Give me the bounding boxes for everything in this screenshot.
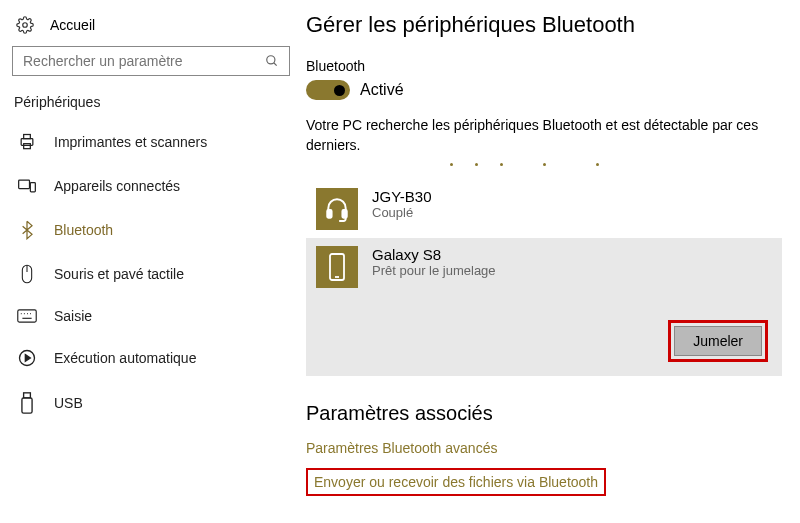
related-settings-title: Paramètres associés [306, 402, 782, 425]
svg-rect-20 [327, 210, 331, 218]
bluetooth-description: Votre PC recherche les périphériques Blu… [306, 116, 782, 155]
device-name: JGY-B30 [372, 188, 431, 205]
page-title: Gérer les périphériques Bluetooth [306, 12, 782, 38]
search-input[interactable] [12, 46, 290, 76]
svg-line-2 [274, 63, 277, 66]
svg-rect-18 [24, 393, 31, 398]
search-icon [265, 54, 279, 68]
device-item-ready[interactable]: Galaxy S8 Prêt pour le jumelage Jumeler [306, 238, 782, 376]
svg-rect-7 [30, 183, 35, 192]
highlight-box: Jumeler [668, 320, 768, 362]
bluetooth-label: Bluetooth [306, 58, 782, 74]
search-field[interactable] [23, 53, 265, 69]
mouse-icon [16, 264, 38, 284]
link-send-receive-files[interactable]: Envoyer ou recevoir des fichiers via Blu… [314, 474, 598, 490]
svg-point-0 [23, 23, 28, 28]
device-item-paired[interactable]: JGY-B30 Couplé [306, 180, 782, 238]
sidebar: Accueil Périphériques Imprimantes et sca… [0, 0, 300, 523]
phone-icon [316, 246, 358, 288]
sidebar-item-label: USB [54, 395, 83, 411]
gear-icon [14, 16, 36, 34]
svg-rect-10 [18, 310, 36, 322]
searching-indicator [306, 163, 782, 180]
svg-rect-4 [24, 135, 31, 139]
main-content: Gérer les périphériques Bluetooth Blueto… [300, 0, 800, 523]
headset-icon [316, 188, 358, 230]
sidebar-item-typing[interactable]: Saisie [8, 296, 296, 336]
svg-rect-21 [342, 210, 346, 218]
sidebar-item-label: Exécution automatique [54, 350, 196, 366]
device-status: Prêt pour le jumelage [372, 263, 496, 278]
usb-icon [16, 392, 38, 414]
svg-rect-5 [24, 144, 31, 149]
sidebar-item-label: Imprimantes et scanners [54, 134, 207, 150]
highlight-box: Envoyer ou recevoir des fichiers via Blu… [306, 468, 606, 496]
keyboard-icon [16, 308, 38, 324]
sidebar-item-bluetooth[interactable]: Bluetooth [8, 208, 296, 252]
sidebar-item-connected-devices[interactable]: Appareils connectés [8, 164, 296, 208]
printer-icon [16, 132, 38, 152]
sidebar-item-label: Appareils connectés [54, 178, 180, 194]
sidebar-item-label: Saisie [54, 308, 92, 324]
sidebar-item-autoplay[interactable]: Exécution automatique [8, 336, 296, 380]
sidebar-item-printers[interactable]: Imprimantes et scanners [8, 120, 296, 164]
sidebar-item-label: Bluetooth [54, 222, 113, 238]
device-status: Couplé [372, 205, 431, 220]
devices-icon [16, 176, 38, 196]
nav-list: Imprimantes et scanners Appareils connec… [8, 120, 296, 426]
pair-button[interactable]: Jumeler [674, 326, 762, 356]
sidebar-item-usb[interactable]: USB [8, 380, 296, 426]
autoplay-icon [16, 348, 38, 368]
toggle-state-label: Activé [360, 81, 404, 99]
category-title: Périphériques [8, 94, 296, 120]
device-name: Galaxy S8 [372, 246, 496, 263]
toggle-knob [334, 85, 345, 96]
sidebar-item-label: Souris et pavé tactile [54, 266, 184, 282]
svg-rect-6 [19, 180, 30, 188]
svg-rect-3 [21, 139, 33, 146]
sidebar-item-mouse-touchpad[interactable]: Souris et pavé tactile [8, 252, 296, 296]
svg-point-1 [267, 56, 275, 64]
home-link[interactable]: Accueil [8, 12, 296, 46]
bluetooth-icon [16, 220, 38, 240]
svg-rect-19 [22, 398, 32, 413]
svg-marker-17 [25, 355, 30, 362]
home-label: Accueil [50, 17, 95, 33]
link-advanced-bluetooth[interactable]: Paramètres Bluetooth avancés [306, 440, 497, 456]
bluetooth-toggle[interactable] [306, 80, 350, 100]
